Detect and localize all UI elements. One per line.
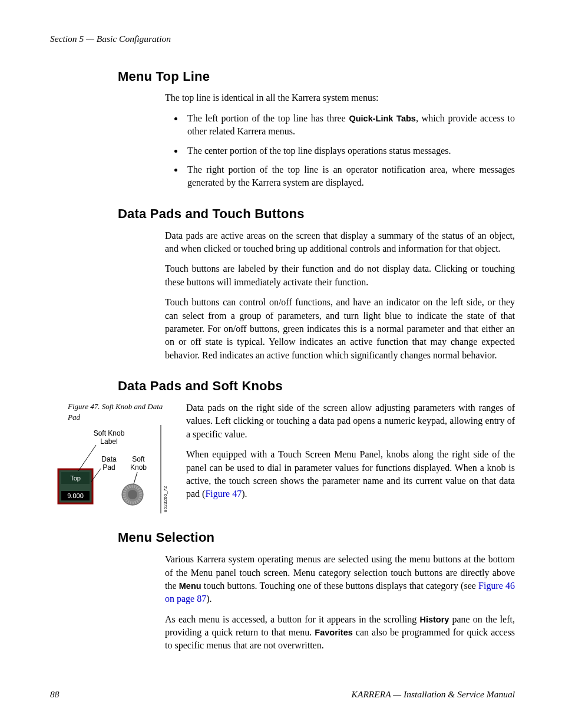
body-text: Touch buttons are labeled by their funct…: [165, 262, 515, 289]
footer-title: Installation & Service Manual: [404, 689, 515, 699]
heading-data-pads-touch: Data Pads and Touch Buttons: [118, 205, 515, 223]
menu-top-line-intro: The top line is identical in all the Kar…: [165, 91, 515, 104]
list-item: The right portion of the top line is an …: [184, 163, 515, 190]
svg-text:Label: Label: [100, 437, 117, 446]
svg-text:Knob: Knob: [130, 463, 147, 472]
page-footer: 88 KARRERA — Installation & Service Manu…: [50, 688, 515, 701]
heading-data-pads-soft-knobs: Data Pads and Soft Knobs: [118, 377, 515, 396]
list-item: The center portion of the top line displ…: [184, 144, 515, 157]
body-text: As each menu is accessed, a button for i…: [165, 613, 515, 653]
section-label: Section 5 — Basic Configuration: [50, 34, 171, 44]
heading-menu-selection: Menu Selection: [118, 529, 515, 547]
figure-caption: Figure 47. Soft Knob and Data Pad: [68, 401, 171, 423]
svg-line-9: [78, 445, 96, 471]
quick-link-tabs-term: Quick-Link Tabs: [349, 114, 415, 123]
body-text: Touch buttons can control on/off functio…: [165, 296, 515, 362]
svg-text:Soft Knob: Soft Knob: [94, 429, 125, 437]
footer-brand: KARRERA: [352, 689, 391, 699]
favorites-term: Favorites: [315, 628, 352, 637]
heading-menu-top-line: Menu Top Line: [118, 68, 515, 86]
svg-text:Pad: Pad: [103, 463, 115, 472]
body-text: Data pads on the right side of the scree…: [186, 401, 515, 441]
body-text: Various Karrera system operating menus a…: [165, 553, 515, 606]
data-pad-value: 9.000: [67, 492, 84, 499]
body-text: Data pads are active areas on the screen…: [165, 229, 515, 256]
svg-point-6: [128, 490, 137, 499]
running-header: Section 5 — Basic Configuration: [50, 32, 515, 45]
figure-side-code: 8623266_72: [163, 486, 168, 512]
menu-term: Menu: [179, 581, 201, 591]
page-number: 88: [50, 688, 59, 701]
svg-text:Soft: Soft: [132, 455, 145, 463]
list-item: The left portion of the top line has thr…: [184, 112, 515, 139]
menu-top-line-list: The left portion of the top line has thr…: [165, 112, 515, 190]
history-term: History: [419, 615, 449, 624]
svg-text:Data: Data: [101, 455, 117, 463]
figure-47-link[interactable]: Figure 47: [205, 489, 242, 499]
data-pad-label-top: Top: [70, 475, 81, 482]
figure-soft-knob-data-pad: 8623266_72 Top 9.000 Soft Knob Label Dat…: [50, 425, 171, 513]
body-text: When equipped with a Touch Screen Menu P…: [186, 448, 515, 501]
svg-line-15: [134, 472, 137, 484]
